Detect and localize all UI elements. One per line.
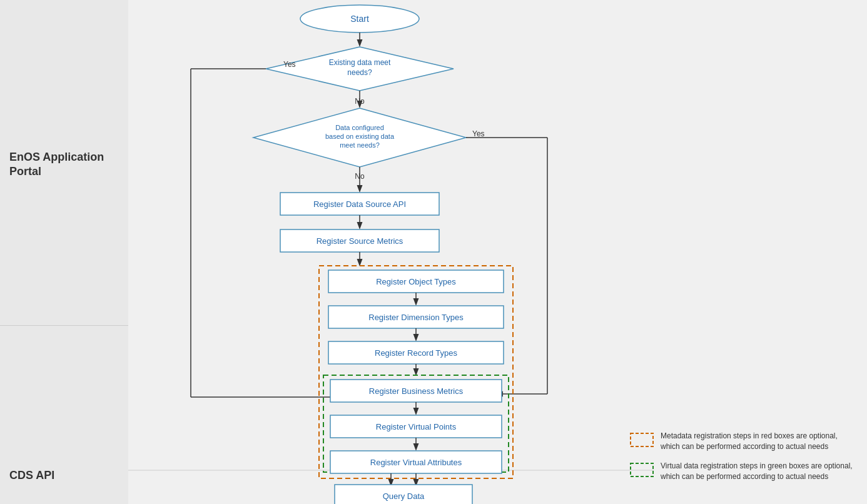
svg-text:meet needs?: meet needs? [340,141,380,149]
flowchart-container: Start Existing data meet needs? Yes No D… [128,0,867,504]
svg-text:Start: Start [350,14,369,24]
svg-rect-56 [631,463,653,476]
legend-green-text: Virtual data registration steps in green… [661,461,854,482]
main-content: Start Existing data meet needs? Yes No D… [128,0,867,504]
enos-app-portal-label: EnOS Application Portal [0,138,128,192]
svg-rect-55 [631,433,653,446]
svg-text:Register Object Types: Register Object Types [376,277,456,286]
svg-text:based on existing data: based on existing data [325,133,395,140]
svg-text:Existing data meet: Existing data meet [329,58,391,67]
legend-red-text: Metadata registration steps in red boxes… [661,431,854,452]
svg-text:Register Virtual Points: Register Virtual Points [376,422,457,431]
svg-text:needs?: needs? [347,68,372,77]
svg-text:Register Record Types: Register Record Types [375,348,457,358]
left-sidebar: EnOS Application Portal CDS API [0,0,128,504]
svg-text:Register Business Metrics: Register Business Metrics [369,386,464,396]
cds-api-label: CDS API [0,460,128,491]
svg-text:Register Dimension Types: Register Dimension Types [368,313,464,322]
legend-red-item: Metadata registration steps in red boxes… [629,431,854,452]
svg-text:Register Source Metrics: Register Source Metrics [317,236,403,246]
svg-text:Register Virtual Attributes: Register Virtual Attributes [370,458,462,467]
svg-text:Yes: Yes [472,129,485,138]
svg-text:Yes: Yes [283,60,296,69]
legend-green-item: Virtual data registration steps in green… [629,461,854,482]
svg-text:Query Data: Query Data [383,491,425,501]
legend-area: Metadata registration steps in red boxes… [629,431,854,491]
svg-text:Register Data Source API: Register Data Source API [313,199,406,209]
svg-text:Data configured: Data configured [335,124,384,131]
